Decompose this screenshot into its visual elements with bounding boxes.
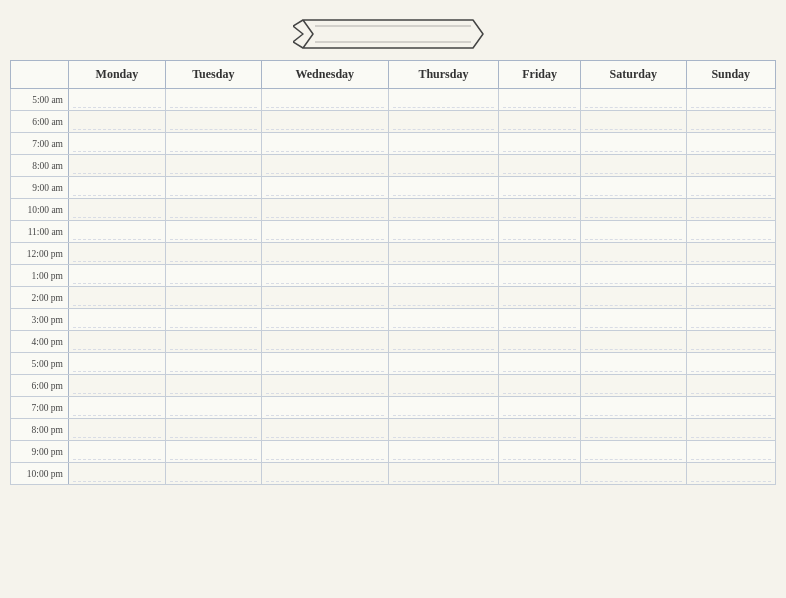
calendar-cell[interactable] [388,397,499,419]
calendar-cell[interactable] [499,221,581,243]
calendar-cell[interactable] [69,111,166,133]
calendar-cell[interactable] [581,331,687,353]
calendar-cell[interactable] [581,111,687,133]
calendar-cell[interactable] [69,441,166,463]
calendar-cell[interactable] [69,221,166,243]
calendar-cell[interactable] [499,155,581,177]
calendar-cell[interactable] [388,265,499,287]
calendar-cell[interactable] [581,89,687,111]
calendar-cell[interactable] [581,177,687,199]
calendar-cell[interactable] [499,375,581,397]
calendar-cell[interactable] [69,287,166,309]
calendar-cell[interactable] [686,199,775,221]
calendar-cell[interactable] [581,419,687,441]
calendar-cell[interactable] [69,309,166,331]
calendar-cell[interactable] [388,89,499,111]
calendar-cell[interactable] [261,89,388,111]
calendar-cell[interactable] [165,463,261,485]
calendar-cell[interactable] [261,463,388,485]
calendar-cell[interactable] [686,111,775,133]
calendar-cell[interactable] [581,309,687,331]
calendar-cell[interactable] [499,111,581,133]
calendar-cell[interactable] [261,309,388,331]
calendar-cell[interactable] [69,375,166,397]
calendar-cell[interactable] [499,133,581,155]
calendar-cell[interactable] [261,331,388,353]
calendar-cell[interactable] [69,419,166,441]
calendar-cell[interactable] [69,397,166,419]
calendar-cell[interactable] [261,265,388,287]
calendar-cell[interactable] [388,155,499,177]
calendar-cell[interactable] [686,463,775,485]
calendar-cell[interactable] [499,331,581,353]
calendar-cell[interactable] [388,199,499,221]
calendar-cell[interactable] [499,243,581,265]
calendar-cell[interactable] [165,375,261,397]
calendar-cell[interactable] [261,419,388,441]
calendar-cell[interactable] [686,331,775,353]
calendar-cell[interactable] [686,441,775,463]
calendar-cell[interactable] [69,243,166,265]
calendar-cell[interactable] [581,155,687,177]
calendar-cell[interactable] [686,265,775,287]
calendar-cell[interactable] [686,177,775,199]
calendar-cell[interactable] [261,441,388,463]
calendar-cell[interactable] [686,221,775,243]
calendar-cell[interactable] [686,375,775,397]
calendar-cell[interactable] [165,133,261,155]
calendar-cell[interactable] [388,419,499,441]
calendar-cell[interactable] [261,221,388,243]
calendar-cell[interactable] [499,419,581,441]
calendar-cell[interactable] [69,155,166,177]
calendar-cell[interactable] [69,89,166,111]
calendar-cell[interactable] [686,309,775,331]
calendar-cell[interactable] [388,353,499,375]
calendar-cell[interactable] [388,221,499,243]
calendar-cell[interactable] [165,441,261,463]
calendar-cell[interactable] [388,331,499,353]
calendar-cell[interactable] [165,353,261,375]
calendar-cell[interactable] [581,353,687,375]
calendar-cell[interactable] [69,133,166,155]
calendar-cell[interactable] [686,287,775,309]
calendar-cell[interactable] [69,265,166,287]
calendar-cell[interactable] [686,133,775,155]
calendar-cell[interactable] [261,375,388,397]
calendar-cell[interactable] [388,287,499,309]
calendar-cell[interactable] [261,155,388,177]
calendar-cell[interactable] [686,89,775,111]
calendar-cell[interactable] [388,309,499,331]
calendar-cell[interactable] [165,309,261,331]
calendar-cell[interactable] [581,221,687,243]
calendar-cell[interactable] [69,199,166,221]
calendar-cell[interactable] [499,463,581,485]
calendar-cell[interactable] [261,199,388,221]
calendar-cell[interactable] [261,133,388,155]
calendar-cell[interactable] [165,287,261,309]
calendar-cell[interactable] [165,177,261,199]
calendar-cell[interactable] [581,287,687,309]
calendar-cell[interactable] [69,331,166,353]
calendar-cell[interactable] [388,463,499,485]
calendar-cell[interactable] [388,243,499,265]
calendar-cell[interactable] [388,441,499,463]
calendar-cell[interactable] [499,353,581,375]
calendar-cell[interactable] [388,177,499,199]
calendar-cell[interactable] [499,397,581,419]
calendar-cell[interactable] [165,419,261,441]
calendar-cell[interactable] [261,111,388,133]
calendar-cell[interactable] [69,353,166,375]
calendar-cell[interactable] [686,353,775,375]
calendar-cell[interactable] [581,265,687,287]
calendar-cell[interactable] [686,397,775,419]
calendar-cell[interactable] [499,309,581,331]
calendar-cell[interactable] [499,441,581,463]
calendar-cell[interactable] [261,353,388,375]
calendar-cell[interactable] [686,243,775,265]
calendar-cell[interactable] [686,419,775,441]
calendar-cell[interactable] [261,243,388,265]
calendar-cell[interactable] [499,199,581,221]
calendar-cell[interactable] [499,177,581,199]
calendar-cell[interactable] [261,287,388,309]
calendar-cell[interactable] [499,265,581,287]
